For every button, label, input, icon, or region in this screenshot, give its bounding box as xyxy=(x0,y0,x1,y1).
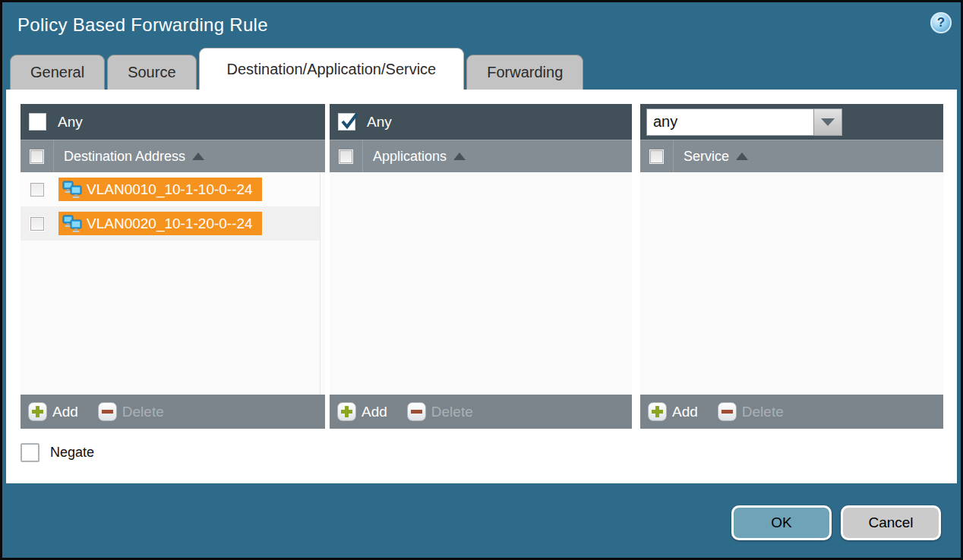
delete-button-label: Delete xyxy=(742,404,784,420)
applications-column-label-wrap: Applications xyxy=(373,149,466,165)
header-checkbox-cell xyxy=(21,140,54,172)
help-icon[interactable]: ? xyxy=(930,12,952,33)
header-checkbox-cell xyxy=(640,140,674,172)
service-dropdown-value[interactable]: any xyxy=(646,109,814,136)
applications-footer: Add Delete xyxy=(330,395,632,429)
service-column-label[interactable]: Service xyxy=(684,149,729,165)
tab-content-sheet: Any Destination Address xyxy=(6,90,957,483)
applications-any-label: Any xyxy=(367,114,392,131)
applications-panel: Any Applications Add Delete xyxy=(330,104,632,429)
sort-ascending-icon[interactable] xyxy=(453,153,466,160)
minus-icon xyxy=(98,402,117,421)
address-object-pill[interactable]: VLAN0010_10-1-10-0--24 xyxy=(58,178,262,201)
tab-destination-application-service[interactable]: Destination/Application/Service xyxy=(199,48,465,90)
applications-any-checkbox[interactable] xyxy=(338,113,355,131)
service-dropdown-button[interactable] xyxy=(814,109,842,136)
service-panel: any Service Add xyxy=(640,104,943,429)
plus-icon xyxy=(28,402,47,421)
destination-header-checkbox[interactable] xyxy=(30,149,44,164)
address-object-label: VLAN0020_10-1-20-0--24 xyxy=(87,216,253,232)
service-dropdown: any xyxy=(646,109,842,136)
tab-forwarding[interactable]: Forwarding xyxy=(466,55,583,90)
destination-column-header: Destination Address xyxy=(21,140,325,172)
service-column-label-wrap: Service xyxy=(684,149,748,165)
add-button-label: Add xyxy=(672,404,698,420)
delete-button: Delete xyxy=(407,402,473,421)
table-row[interactable]: VLAN0010_10-1-10-0--24 xyxy=(21,172,325,206)
negate-label: Negate xyxy=(50,445,94,461)
delete-button-label: Delete xyxy=(431,404,473,420)
sort-ascending-icon[interactable] xyxy=(192,153,204,160)
add-button[interactable]: Add xyxy=(337,402,387,421)
chevron-down-icon xyxy=(821,118,835,126)
destination-column-label-wrap: Destination Address xyxy=(64,149,204,165)
negate-option: Negate xyxy=(21,443,94,462)
delete-button: Delete xyxy=(718,402,784,421)
delete-button-label: Delete xyxy=(122,404,164,420)
header-checkbox-cell xyxy=(330,140,363,172)
minus-icon xyxy=(407,402,426,421)
destination-column-label[interactable]: Destination Address xyxy=(64,149,185,165)
destination-panel: Any Destination Address xyxy=(21,104,325,429)
destination-any-checkbox[interactable] xyxy=(29,113,46,131)
applications-header-checkbox[interactable] xyxy=(339,149,353,164)
plus-icon xyxy=(337,402,356,421)
ok-button[interactable]: OK xyxy=(731,505,832,540)
applications-any-bar: Any xyxy=(330,104,632,140)
negate-checkbox[interactable] xyxy=(21,443,39,462)
service-dropdown-bar: any xyxy=(640,104,943,140)
add-button-label: Add xyxy=(52,404,78,420)
tab-bar: General Source Destination/Application/S… xyxy=(10,48,586,90)
scrollbar-track[interactable] xyxy=(320,172,325,395)
service-column-header: Service xyxy=(640,140,943,172)
destination-list: VLAN0010_10-1-10-0--24 xyxy=(21,172,325,395)
service-header-checkbox[interactable] xyxy=(649,149,664,164)
address-object-pill[interactable]: VLAN0020_10-1-20-0--24 xyxy=(58,212,262,235)
check-icon xyxy=(339,112,359,131)
table-row[interactable]: VLAN0020_10-1-20-0--24 xyxy=(21,206,325,241)
destination-any-label: Any xyxy=(58,114,83,131)
applications-list xyxy=(330,172,632,395)
sort-ascending-icon[interactable] xyxy=(736,153,748,160)
tab-general[interactable]: General xyxy=(10,55,105,90)
row-checkbox[interactable] xyxy=(30,182,45,197)
address-object-label: VLAN0010_10-1-10-0--24 xyxy=(87,181,253,198)
cancel-button[interactable]: Cancel xyxy=(841,505,941,540)
add-button-label: Add xyxy=(362,404,387,420)
destination-footer: Add Delete xyxy=(21,395,325,429)
policy-forwarding-dialog: Policy Based Forwarding Rule ? General S… xyxy=(0,0,963,560)
dialog-title: Policy Based Forwarding Rule xyxy=(17,14,268,36)
row-checkbox[interactable] xyxy=(30,216,45,231)
service-list xyxy=(640,172,943,395)
service-footer: Add Delete xyxy=(640,395,943,429)
network-address-icon xyxy=(62,181,82,199)
plus-icon xyxy=(648,402,667,421)
minus-icon xyxy=(718,402,737,421)
delete-button: Delete xyxy=(98,402,164,421)
applications-column-label[interactable]: Applications xyxy=(373,149,447,165)
add-button[interactable]: Add xyxy=(648,402,698,421)
tab-source[interactable]: Source xyxy=(107,55,196,90)
network-address-icon xyxy=(62,215,82,233)
destination-any-bar: Any xyxy=(21,104,325,140)
add-button[interactable]: Add xyxy=(28,402,78,421)
applications-column-header: Applications xyxy=(330,140,632,172)
